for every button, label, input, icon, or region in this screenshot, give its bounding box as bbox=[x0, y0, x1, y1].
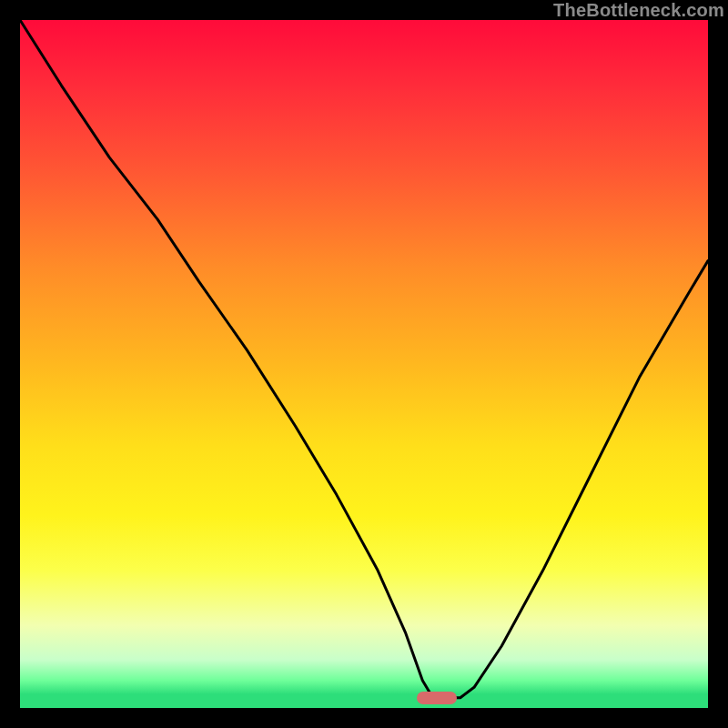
chart-container: TheBottleneck.com bbox=[0, 0, 728, 728]
bottleneck-curve bbox=[20, 20, 708, 708]
plot-area bbox=[20, 20, 708, 708]
optimal-marker bbox=[417, 692, 457, 704]
watermark-label: TheBottleneck.com bbox=[553, 0, 724, 21]
